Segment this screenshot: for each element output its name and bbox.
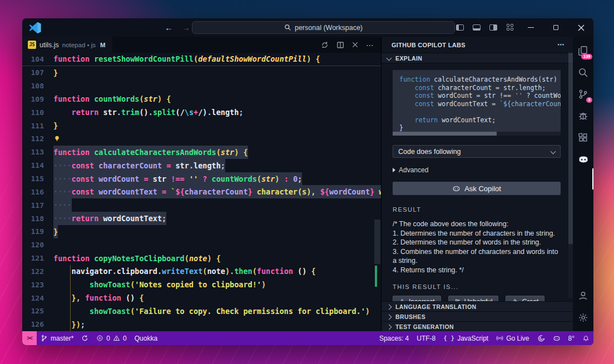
code-line-117[interactable]: 117···· xyxy=(22,198,381,212)
customize-layout-icon[interactable] xyxy=(502,18,518,37)
preview-hscrollbar[interactable] xyxy=(393,132,561,136)
go-live-item[interactable]: Go Live xyxy=(492,331,533,345)
scrollbar-thumb[interactable] xyxy=(374,220,380,264)
code-line-112[interactable]: 112 xyxy=(22,132,381,146)
port-item[interactable]: 8° xyxy=(565,331,578,345)
code-line-109[interactable]: 109function countWords(str) { xyxy=(22,93,381,106)
command-center[interactable]: personal (Workspace) xyxy=(192,21,455,34)
code-line-111[interactable]: 111} xyxy=(22,119,381,132)
formatter-item[interactable] xyxy=(533,331,549,345)
account-icon[interactable] xyxy=(573,285,593,307)
line-number[interactable]: 110 xyxy=(22,108,53,117)
code-line-114[interactable]: 114····const characterCount = str.length… xyxy=(22,159,381,172)
activity-files-icon[interactable]: 139 xyxy=(573,40,593,62)
activity-search-icon[interactable] xyxy=(573,62,593,83)
line-number[interactable]: 120 xyxy=(22,241,53,249)
toggle-panel-icon[interactable] xyxy=(468,18,485,37)
nav-back-icon[interactable]: ← xyxy=(165,23,173,32)
code-line-120[interactable]: 120 xyxy=(22,238,381,252)
advanced-disclosure[interactable]: Advanced xyxy=(393,166,561,174)
section-brushes[interactable]: BRUSHES xyxy=(382,311,573,321)
line-number[interactable]: 125 xyxy=(22,307,53,315)
code-text: showToast('Notes copied to clipboard!') xyxy=(53,278,266,291)
code-line-121[interactable]: 121function copyNotesToClipboard(note) { xyxy=(22,252,381,265)
close-button[interactable] xyxy=(568,18,593,37)
line-number[interactable]: 116 xyxy=(22,188,53,196)
problems-item[interactable]: 0 0 xyxy=(92,331,130,345)
maximize-button[interactable] xyxy=(543,18,568,37)
activity-extensions-icon[interactable] xyxy=(573,127,593,148)
line-number[interactable]: 114 xyxy=(22,161,53,169)
code-line-122[interactable]: 122 navigator.clipboard.writeText(note).… xyxy=(22,265,381,278)
code-line-124[interactable]: 124 }, function () { xyxy=(22,291,381,305)
activity-copilot-icon[interactable] xyxy=(573,148,593,170)
copilot-status-item[interactable] xyxy=(549,331,565,345)
panel-more-actions-icon[interactable]: ⋯ xyxy=(557,41,565,49)
branch-icon xyxy=(41,335,48,342)
encoding-item[interactable]: UTF-8 xyxy=(413,331,439,345)
line-number[interactable]: 111 xyxy=(22,122,53,130)
line-number[interactable]: 109 xyxy=(22,95,53,103)
close-tab-icon[interactable] xyxy=(352,42,358,48)
section-language-translation[interactable]: LANGUAGE TRANSLATION xyxy=(382,301,573,311)
section-test-generation[interactable]: TEST GENERATION xyxy=(382,321,573,331)
remote-indicator[interactable]: >< xyxy=(22,331,37,345)
nav-forward-icon[interactable]: → xyxy=(182,23,190,32)
overview-ruler-marker xyxy=(375,266,377,287)
line-number[interactable]: 104 xyxy=(22,55,53,63)
line-number[interactable]: 112 xyxy=(22,134,53,143)
prompt-select[interactable]: Code does following xyxy=(393,145,561,158)
toggle-sidebar-icon[interactable] xyxy=(452,18,468,37)
editor-group: JS utils.js notepad • js M ⋯ 104function… xyxy=(22,37,381,331)
git-branch-item[interactable]: master* xyxy=(37,331,77,345)
code-line-119[interactable]: 119} xyxy=(22,225,381,238)
line-number[interactable]: 122 xyxy=(22,267,53,276)
line-number[interactable]: 115 xyxy=(22,174,53,183)
ask-copilot-label: Ask Copilot xyxy=(464,185,501,193)
code-line-125[interactable]: 125 showToast('Failure to copy. Check pe… xyxy=(22,305,381,318)
line-number[interactable]: 107 xyxy=(22,68,53,77)
open-changes-icon[interactable] xyxy=(321,41,329,49)
code-line-116[interactable]: 116····const wordCountText = `${characte… xyxy=(22,185,381,198)
language-mode-item[interactable]: { } JavaScript xyxy=(439,331,492,345)
split-editor-icon[interactable] xyxy=(336,41,344,49)
code-line-123[interactable]: 123 showToast('Notes copied to clipboard… xyxy=(22,278,381,291)
quokka-item[interactable]: Quokka xyxy=(131,331,161,345)
line-number[interactable]: 119 xyxy=(22,227,53,236)
code-line-113[interactable]: 113function calculateCharactersAndWords(… xyxy=(22,146,381,159)
minimize-button[interactable] xyxy=(518,18,543,37)
sync-icon xyxy=(81,335,88,342)
line-number[interactable]: 121 xyxy=(22,254,53,262)
code-line-107[interactable]: 107} xyxy=(22,66,381,79)
code-line-126[interactable]: 126 }); xyxy=(22,318,381,331)
code-line-115[interactable]: 115····const wordCount = str !== '' ? co… xyxy=(22,172,381,186)
line-number[interactable]: 123 xyxy=(22,281,53,289)
code-line-104[interactable]: 104function resetShowWordCountPill(defau… xyxy=(22,53,381,66)
code-line-110[interactable]: 110 return str.trim().split(/\s+/).lengt… xyxy=(22,106,381,119)
braces-icon: { } xyxy=(443,335,454,342)
section-explain[interactable]: EXPLAIN xyxy=(382,53,573,63)
indentation-item[interactable]: Spaces: 4 xyxy=(375,331,413,345)
notifications-item[interactable] xyxy=(578,331,593,345)
toggle-secondary-sidebar-icon[interactable] xyxy=(485,18,502,37)
tab-utils-js[interactable]: JS utils.js notepad • js M xyxy=(22,37,112,53)
line-number[interactable]: 118 xyxy=(22,215,53,223)
activity-debug-icon[interactable] xyxy=(573,105,593,127)
line-number[interactable]: 117 xyxy=(22,201,53,210)
panel-scrollbar[interactable] xyxy=(568,53,573,298)
line-number[interactable]: 124 xyxy=(22,294,53,302)
editor-scrollbar[interactable] xyxy=(374,53,381,331)
code-line-118[interactable]: 118····return wordCountText; xyxy=(22,212,381,225)
activity-source-control-icon[interactable]: 3 xyxy=(573,83,593,105)
line-number[interactable]: 126 xyxy=(22,320,53,328)
ask-copilot-button[interactable]: Ask Copilot xyxy=(393,182,561,195)
line-number[interactable]: 113 xyxy=(22,148,53,156)
line-number[interactable]: 108 xyxy=(22,82,53,90)
lightbulb-icon[interactable] xyxy=(53,135,61,142)
code-editor[interactable]: 104function resetShowWordCountPill(defau… xyxy=(22,53,381,331)
sync-item[interactable] xyxy=(77,331,92,345)
result-line: 1. Determines the number of characters i… xyxy=(393,229,561,238)
settings-gear-icon[interactable] xyxy=(573,307,593,328)
editor-more-actions-icon[interactable]: ⋯ xyxy=(366,41,374,49)
code-line-108[interactable]: 108 xyxy=(22,79,381,93)
